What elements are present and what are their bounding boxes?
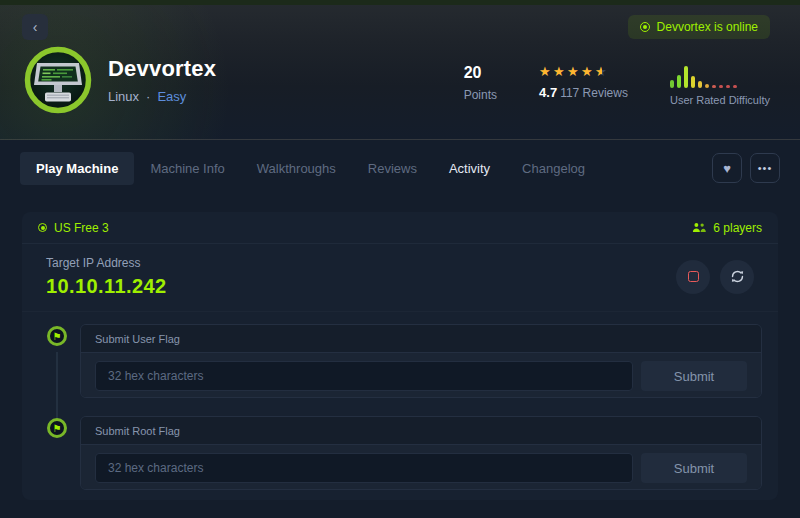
root-flag-section: ⚑ Submit Root Flag Submit — [34, 416, 762, 490]
points-value: 20 — [464, 64, 497, 82]
root-flag-icon: ⚑ — [47, 418, 67, 438]
difficulty-bar — [733, 85, 737, 88]
reviews-label: 117 Reviews — [560, 86, 628, 100]
ip-address: 10.10.11.242 — [46, 275, 166, 298]
difficulty-bar — [705, 84, 709, 88]
server-indicator: US Free 3 — [38, 221, 109, 235]
star-icon: ★★ — [539, 64, 553, 79]
stop-icon — [688, 271, 699, 282]
online-dot-icon — [640, 22, 650, 32]
star-rating: ★★★★★★★★★★ — [539, 64, 628, 79]
difficulty-bar — [726, 85, 730, 88]
root-flag-input[interactable] — [95, 453, 633, 483]
user-flag-input[interactable] — [95, 361, 633, 391]
players-label: 6 players — [713, 221, 762, 235]
difficulty-chart — [670, 64, 770, 88]
tab-walkthroughs[interactable]: Walkthroughs — [241, 152, 352, 185]
star-icon: ★★ — [553, 64, 567, 79]
difficulty-bar — [684, 66, 688, 88]
heart-icon: ♥ — [723, 161, 731, 176]
difficulty-bar — [677, 75, 681, 88]
status-badge: Devvortex is online — [628, 15, 770, 39]
user-flag-icon: ⚑ — [47, 326, 67, 346]
rating-value: 4.7 — [539, 85, 557, 100]
machine-header: ‹ Devvortex is online — [0, 0, 800, 140]
top-accent-strip — [0, 0, 800, 5]
tab-machine-info[interactable]: Machine Info — [134, 152, 240, 185]
favorite-button[interactable]: ♥ — [712, 153, 742, 183]
star-icon: ★★ — [595, 64, 609, 79]
stop-machine-button[interactable] — [676, 260, 710, 294]
points-label: Points — [464, 88, 497, 102]
difficulty-bar — [691, 76, 695, 88]
players-icon — [692, 222, 706, 233]
root-flag-submit-button[interactable]: Submit — [641, 453, 747, 483]
separator-dot: · — [146, 89, 150, 104]
players-indicator: 6 players — [692, 221, 762, 235]
tab-play-machine[interactable]: Play Machine — [20, 152, 134, 185]
difficulty-bar — [712, 85, 716, 88]
ellipsis-icon: ••• — [758, 162, 773, 174]
machine-avatar — [24, 46, 92, 114]
server-dot-icon — [38, 223, 47, 232]
user-flag-submit-button[interactable]: Submit — [641, 361, 747, 391]
user-flag-title: Submit User Flag — [81, 325, 761, 353]
tab-changelog[interactable]: Changelog — [506, 152, 601, 185]
reset-icon — [730, 269, 745, 284]
tab-reviews[interactable]: Reviews — [352, 152, 433, 185]
difficulty-stat: User Rated Difficulty — [670, 64, 770, 106]
star-icon: ★★ — [581, 64, 595, 79]
more-options-button[interactable]: ••• — [750, 153, 780, 183]
points-stat: 20 Points — [464, 64, 497, 102]
flag-timeline-connector — [56, 352, 58, 418]
star-icon: ★★ — [567, 64, 581, 79]
difficulty-bar — [698, 81, 702, 88]
server-label: US Free 3 — [54, 221, 109, 235]
machine-title: Devvortex — [108, 56, 216, 82]
difficulty-bar — [719, 85, 723, 88]
root-flag-title: Submit Root Flag — [81, 417, 761, 445]
difficulty-bar — [670, 80, 674, 88]
ip-label: Target IP Address — [46, 256, 166, 270]
status-badge-label: Devvortex is online — [657, 20, 758, 34]
rating-stat: ★★★★★★★★★★ 4.7117 Reviews — [539, 64, 628, 100]
machine-os: Linux — [108, 89, 139, 104]
tab-bar: Play Machine Machine Info Walkthroughs R… — [0, 140, 800, 196]
user-flag-section: ⚑ Submit User Flag Submit — [34, 324, 762, 398]
play-machine-card: US Free 3 6 players Target IP Address 10… — [22, 212, 778, 500]
machine-difficulty: Easy — [157, 89, 186, 104]
tab-activity[interactable]: Activity — [433, 152, 506, 185]
difficulty-label: User Rated Difficulty — [670, 94, 770, 106]
reset-machine-button[interactable] — [720, 260, 754, 294]
back-button[interactable]: ‹ — [22, 14, 48, 40]
